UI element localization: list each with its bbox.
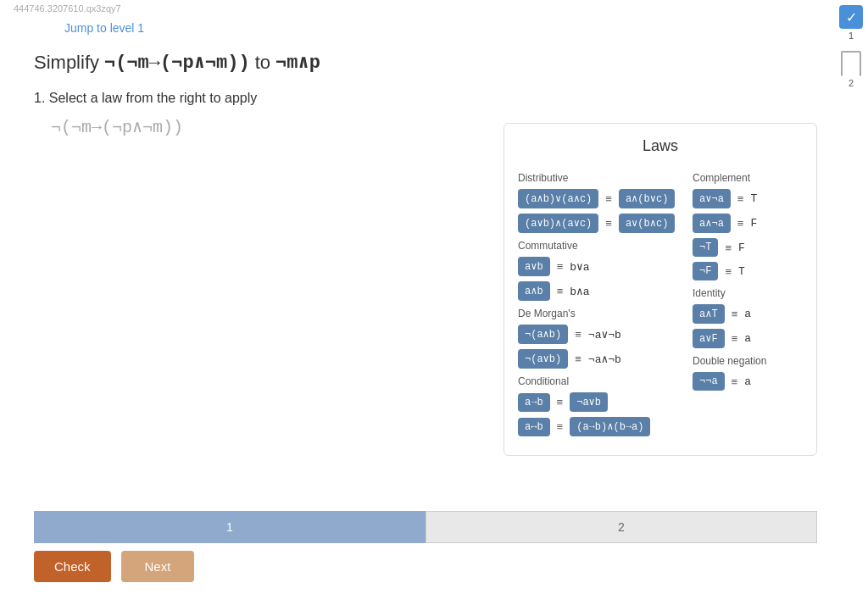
equiv-i2: ≡: [732, 332, 738, 345]
comm-btn-2[interactable]: a∧b: [518, 281, 550, 301]
comm-btn-1[interactable]: a∨b: [518, 257, 550, 276]
bottom-buttons: Check Next: [34, 551, 194, 582]
equiv-5: ≡: [575, 328, 581, 341]
equiv-4: ≡: [557, 285, 564, 297]
distributive-title: Distributive: [518, 172, 679, 184]
jump-to-level-link[interactable]: Jump to level 1: [64, 21, 144, 35]
comp-result-2: F: [750, 217, 757, 230]
formula-source: ¬(¬m→(¬p∧¬m)): [104, 51, 250, 74]
equiv-7: ≡: [557, 396, 564, 408]
dist-left-btn-1[interactable]: (a∧b)∨(a∧c): [518, 189, 598, 208]
demorgan-title: De Morgan's: [518, 308, 679, 319]
complement-title: Complement: [693, 172, 803, 184]
equiv-c2: ≡: [737, 217, 744, 230]
bookmark-icon: [841, 51, 861, 76]
demorgan-row-1: ¬(a∧b) ≡ ¬a∨¬b: [518, 325, 679, 344]
id-btn-2[interactable]: a∨F: [693, 329, 725, 348]
dbl-neg-btn-1[interactable]: ¬¬a: [693, 372, 725, 391]
commutative-title: Commutative: [518, 240, 679, 252]
laws-columns: Distributive (a∧b)∨(a∧c) ≡ a∧(b∨c) (a∨b)…: [518, 165, 803, 441]
comp-result-3: F: [738, 241, 745, 254]
identity-row-2: a∨F ≡ a: [693, 329, 803, 348]
step-label: 1. Select a law from the right to apply: [34, 91, 834, 106]
steps-bar: 1 2: [34, 511, 817, 543]
equiv-c4: ≡: [725, 265, 732, 278]
step-1[interactable]: 1: [34, 511, 426, 543]
demorgan-btn-2[interactable]: ¬(a∨b): [518, 349, 568, 369]
complement-row-4: ¬F ≡ T: [693, 262, 803, 280]
problem-title: Simplify ¬(¬m→(¬p∧¬m)) to ¬m∧p: [34, 51, 834, 74]
identity-row-1: a∧T ≡ a: [693, 304, 803, 324]
comp-result-1: T: [750, 192, 757, 205]
laws-panel: Laws Distributive (a∧b)∨(a∧c) ≡ a∧(b∨c) …: [504, 123, 817, 456]
achievement-icon-item: ✓ 1: [836, 0, 866, 46]
conditional-title: Conditional: [518, 375, 679, 387]
equiv-i1: ≡: [732, 308, 738, 320]
equiv-3: ≡: [557, 260, 564, 273]
dist-left-btn-2[interactable]: (a∨b)∧(a∨c): [518, 214, 598, 233]
dist-right-btn-1[interactable]: a∧(b∨c): [619, 189, 675, 208]
comp-result-4: T: [738, 265, 745, 278]
comm-result-1: b∨a: [570, 260, 589, 274]
bookmark-icon-item: 2: [837, 46, 865, 93]
equiv-c3: ≡: [725, 241, 732, 254]
demorgan-row-2: ¬(a∨b) ≡ ¬a∧¬b: [518, 349, 679, 369]
double-neg-row-1: ¬¬a ≡ a: [693, 372, 803, 391]
commutative-row-1: a∨b ≡ b∨a: [518, 257, 679, 276]
equiv-c1: ≡: [737, 192, 744, 205]
to-text: to: [255, 52, 270, 74]
distributive-row-1: (a∧b)∨(a∧c) ≡ a∧(b∨c): [518, 189, 679, 208]
equiv-d1: ≡: [732, 375, 738, 388]
id-result-1: a: [744, 308, 751, 320]
equiv-8: ≡: [557, 420, 564, 433]
comp-btn-4[interactable]: ¬F: [693, 262, 718, 280]
demorgan-result-2: ¬a∧¬b: [588, 353, 621, 366]
icon-number-1: 1: [849, 31, 854, 41]
complement-row-1: a∨¬a ≡ T: [693, 189, 803, 208]
comp-btn-1[interactable]: a∨¬a: [693, 189, 731, 208]
equiv-2: ≡: [605, 217, 612, 230]
cond-right-btn-2[interactable]: (a→b)∧(b→a): [570, 417, 650, 436]
formula-target: ¬m∧p: [275, 51, 320, 74]
demorgan-btn-1[interactable]: ¬(a∧b): [518, 325, 568, 344]
double-negation-title: Double negation: [693, 355, 803, 367]
identity-title: Identity: [693, 287, 803, 299]
complement-row-2: a∧¬a ≡ F: [693, 214, 803, 233]
comm-result-2: b∧a: [570, 285, 589, 298]
right-icon-panel: ✓ 1 2: [834, 0, 868, 93]
next-button[interactable]: Next: [121, 551, 195, 582]
dist-right-btn-2[interactable]: a∨(b∧c): [619, 214, 675, 233]
equiv-6: ≡: [575, 353, 581, 365]
dbl-neg-result-1: a: [744, 375, 751, 388]
distributive-row-2: (a∨b)∧(a∨c) ≡ a∨(b∧c): [518, 214, 679, 233]
demorgan-result-1: ¬a∨¬b: [588, 328, 621, 341]
check-badge-icon: ✓: [839, 5, 863, 29]
check-button[interactable]: Check: [34, 551, 111, 582]
conditional-row-2: a↔b ≡ (a→b)∧(b→a): [518, 417, 679, 436]
laws-left-column: Distributive (a∧b)∨(a∧c) ≡ a∧(b∨c) (a∨b)…: [518, 165, 679, 441]
comp-btn-3[interactable]: ¬T: [693, 238, 718, 257]
step-2[interactable]: 2: [426, 511, 817, 543]
laws-right-column: Complement a∨¬a ≡ T a∧¬a ≡ F ¬T ≡ F ¬F ≡…: [693, 165, 803, 441]
cond-right-btn-1[interactable]: ¬a∨b: [570, 392, 608, 412]
id-result-2: a: [744, 332, 751, 345]
commutative-row-2: a∧b ≡ b∧a: [518, 281, 679, 301]
cond-btn-2[interactable]: a↔b: [518, 418, 550, 436]
simplify-prefix: Simplify: [34, 52, 99, 74]
cond-btn-1[interactable]: a→b: [518, 393, 550, 412]
equiv-1: ≡: [605, 192, 612, 205]
icon-number-2: 2: [849, 78, 854, 88]
comp-btn-2[interactable]: a∧¬a: [693, 214, 731, 233]
id-btn-1[interactable]: a∧T: [693, 304, 725, 324]
laws-title: Laws: [518, 137, 803, 155]
conditional-row-1: a→b ≡ ¬a∨b: [518, 392, 679, 412]
complement-row-3: ¬T ≡ F: [693, 238, 803, 257]
